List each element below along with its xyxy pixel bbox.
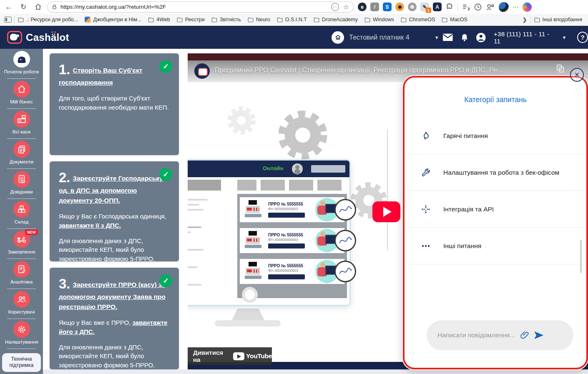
channel-avatar[interactable]	[194, 63, 210, 79]
bookmark-item[interactable]: DroneAcademy	[310, 15, 361, 24]
chat-message-input[interactable]	[427, 331, 518, 339]
extension-badge: 1	[426, 8, 431, 13]
online-status: Онлайн	[263, 165, 283, 171]
sidebar-item-settings[interactable]: Налаштування	[0, 319, 43, 349]
extension-icon-6[interactable]: ✎1	[420, 3, 429, 11]
app-header: Cashälot Тестовий платник 4 ▼ +38 (111) …	[0, 26, 588, 49]
category-backoffice-setup[interactable]: Налаштування та робота з бек-офісом	[407, 154, 584, 191]
category-other-questions[interactable]: Інші питання	[407, 228, 584, 264]
help-button[interactable]: ?	[577, 32, 588, 43]
analytics-report-icon	[13, 261, 30, 278]
phone-dropdown-caret[interactable]: ▼	[562, 35, 566, 40]
home-button[interactable]	[32, 1, 44, 13]
sidebar-item-directories[interactable]: Довідники	[0, 169, 43, 199]
extension-icon-3[interactable]: S	[383, 3, 392, 11]
sidebar-item-my-business[interactable]: Мій бізнес	[0, 79, 43, 109]
back-button[interactable]: ←	[3, 1, 15, 13]
sidebar-item-warehouse[interactable]: Склад	[0, 199, 43, 229]
extension-icon-7[interactable]: A	[433, 3, 442, 11]
youtube-play-button[interactable]	[372, 201, 400, 222]
category-integration-api[interactable]: Інтеграція та API	[407, 191, 584, 228]
organization-selector[interactable]: Тестовий платник 4 ▼	[332, 31, 439, 44]
sidebar-item-documents[interactable]: Документи	[0, 139, 43, 169]
org-dropdown-caret[interactable]: ▼	[435, 35, 439, 40]
history-clock-icon[interactable]	[474, 3, 482, 11]
sidebar-item-all-cash-registers[interactable]: Всі каси	[0, 109, 43, 139]
step-card-1: ✓ 1.Створіть Ваш Суб'єкт господарювання …	[50, 53, 179, 155]
user-account-icon[interactable]	[476, 32, 486, 43]
bookmark-item[interactable]: MacOS	[438, 15, 471, 24]
sidebar-item-users[interactable]: Користувачі	[0, 289, 43, 319]
attach-file-button[interactable]	[518, 328, 532, 342]
bookmarks-overflow-chevron[interactable]: ❯	[519, 17, 530, 23]
sidebar-item-orders[interactable]: NEW Замовлення	[0, 229, 43, 259]
step3-title-link[interactable]: Зареєструйте ПРРО (касу) за допомогою до…	[59, 281, 166, 310]
illustration-divider-line	[387, 129, 388, 250]
browser-menu-icon[interactable]: ⋯	[513, 3, 519, 11]
extensions-puzzle-icon[interactable]	[445, 3, 454, 11]
sidebar-item-start[interactable]: Початок роботи	[0, 49, 43, 79]
whale-icon	[10, 34, 18, 40]
address-bar[interactable]: https://my.cashalot.org.ua/?returnUrl=%2…	[47, 1, 354, 13]
bookmark-item[interactable]: O.S.I.N.T	[274, 15, 310, 24]
step2-check-icon: ✓	[159, 168, 172, 181]
sidebar-toggle-icon[interactable]	[4, 17, 12, 23]
backoffice-illustration: Онлайн ПР	[188, 159, 351, 306]
bookmark-item[interactable]: .: Ресурси для робо...	[15, 15, 81, 24]
bookmark-item[interactable]: 4Web	[145, 15, 173, 24]
bookmark-item[interactable]: Джобцентри в Нім...	[81, 15, 145, 24]
organization-icon	[332, 31, 344, 44]
extension-icon-4[interactable]	[395, 3, 404, 11]
send-message-button[interactable]	[532, 328, 546, 342]
signature-circle	[334, 199, 356, 221]
collections-icon[interactable]	[462, 3, 470, 11]
video-title[interactable]: Програмний РРО Cashalot | Створення орга…	[215, 67, 536, 74]
mock-register-row: ПРРО № 5555555ФН 400000000603	[240, 197, 344, 222]
organization-name: Тестовий платник 4	[349, 34, 410, 41]
bookmark-item[interactable]: Windows	[361, 15, 397, 24]
extension-icon-5[interactable]	[408, 3, 417, 11]
bookmark-item[interactable]: Neuro	[244, 15, 274, 24]
watch-on-youtube-button[interactable]: Дивитися на YouTube	[188, 347, 272, 365]
bookmark-item[interactable]: Реєстри	[173, 15, 208, 24]
sidebar-item-analytics[interactable]: Аналітика	[0, 259, 43, 289]
gear-icon	[13, 321, 30, 338]
step2-download-link[interactable]: завантажте її з ДПС.	[59, 222, 121, 229]
url-text[interactable]: https://my.cashalot.org.ua/?returnUrl=%2…	[60, 4, 331, 10]
copy-link-icon[interactable]	[557, 65, 564, 73]
chat-close-button[interactable]: ✕	[570, 68, 584, 82]
refresh-button[interactable]: ↻	[18, 1, 29, 13]
tech-support-button[interactable]: Технічна підтримка	[2, 353, 41, 372]
bookmark-item[interactable]: Звітність	[208, 15, 244, 24]
favorite-star-icon[interactable]: ☆	[343, 3, 349, 11]
bookmark-item[interactable]: ChromeOS	[397, 15, 439, 24]
category-hot-questions[interactable]: Гарячі питання	[407, 118, 584, 154]
chat-panel: Категорії запитань Гарячі питання Налашт…	[407, 80, 584, 366]
documents-icon	[13, 141, 30, 158]
wrench-icon	[421, 168, 431, 178]
people-icon[interactable]	[486, 3, 495, 11]
extension-icon-1[interactable]: e	[358, 3, 367, 11]
other-favorites[interactable]: Інші вподобання	[531, 15, 585, 24]
notifications-bell-icon[interactable]	[460, 33, 469, 42]
browser-profile-avatar[interactable]	[499, 2, 509, 12]
folder-icon	[177, 18, 182, 22]
step1-title-link[interactable]: Створіть Ваш Суб'єкт господарювання	[59, 67, 142, 86]
more-tools-icon[interactable]: ⋯	[331, 3, 339, 11]
signature-circle	[334, 261, 356, 282]
cashalot-logo[interactable]	[7, 31, 22, 44]
video-top-strip	[188, 53, 588, 60]
folder-icon	[314, 18, 319, 22]
send-icon	[533, 330, 544, 341]
mock-header: Онлайн	[188, 161, 349, 177]
chat-scrollbar[interactable]	[580, 240, 582, 273]
extensions-row: e / S ✎1 A ⋯	[358, 2, 532, 12]
extension-icon-2[interactable]: /	[370, 3, 379, 11]
mock-user-avatar	[292, 163, 303, 174]
step2-title-link[interactable]: Зареєструйте Господарську од. в ДПС за д…	[59, 175, 163, 204]
copilot-icon[interactable]	[523, 3, 532, 12]
mail-icon[interactable]	[443, 33, 453, 41]
gear-decoration	[273, 105, 332, 165]
monitor-chin-circle	[242, 287, 258, 303]
step1-check-icon: ✓	[159, 60, 172, 73]
